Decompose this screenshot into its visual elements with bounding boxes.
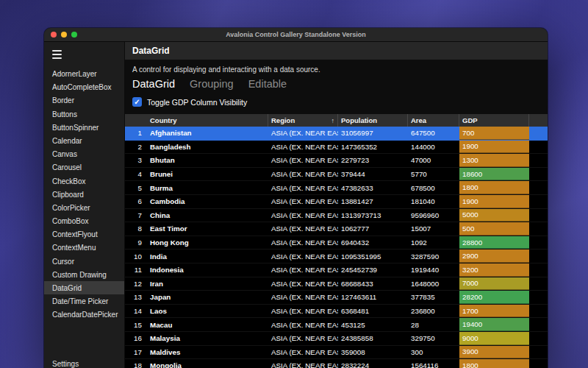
table-row[interactable]: 10IndiaASIA (EX. NEAR EAST)1095351995328… [125, 250, 548, 263]
cell-country: Burma [147, 184, 268, 192]
sidebar-item-colorpicker[interactable]: ColorPicker [44, 201, 124, 214]
menu-icon-bar [52, 50, 62, 52]
cell-num: 4 [125, 170, 147, 178]
cell-num: 5 [125, 184, 147, 192]
cell-region: ASIA (EX. NEAR EAST) [268, 238, 338, 247]
table-row[interactable]: 2BangladeshASIA (EX. NEAR EAST)147365352… [125, 141, 548, 155]
column-header-filler [529, 114, 548, 127]
cell-population: 1313973713 [338, 211, 408, 219]
cell-country: Iran [147, 280, 268, 288]
sidebar-item-cursor[interactable]: Cursor [44, 255, 124, 268]
cell-population: 2279723 [338, 156, 408, 164]
table-row[interactable]: 5BurmaASIA (EX. NEAR EAST)47382633678500… [125, 181, 548, 195]
table-row[interactable]: 13JapanASIA (EX. NEAR EAST)1274636113778… [125, 291, 548, 305]
grid-body: 1AfghanistanASIA (EX. NEAR EAST)31056997… [125, 127, 548, 368]
table-row[interactable]: 15MacauASIA (EX. NEAR EAST)4531252819400 [125, 318, 548, 332]
titlebar[interactable]: Avalonia Control Gallery Standalone Vers… [44, 28, 548, 42]
gdp-visibility-row: ✓ Toggle GDP Column Visibility [125, 93, 548, 113]
table-row[interactable]: 9Hong KongASIA (EX. NEAR EAST)6940432109… [125, 236, 548, 250]
column-header-country[interactable]: Country [147, 114, 268, 127]
cell-country: Japan [147, 293, 268, 301]
table-row[interactable]: 3BhutanASIA (EX. NEAR EAST)2279723470001… [125, 154, 548, 168]
cell-region: ASIA (EX. NEAR EAST) [268, 129, 338, 137]
sidebar-item-contextflyout[interactable]: ContextFlyout [44, 227, 124, 241]
sidebar-item-buttonspinner[interactable]: ButtonSpinner [44, 121, 124, 134]
table-row[interactable]: 17MaldivesASIA (EX. NEAR EAST)3590083003… [125, 346, 548, 360]
sidebar-item-carousel[interactable]: Carousel [44, 160, 124, 174]
sidebar-item-datagrid[interactable]: DataGrid [44, 281, 124, 294]
cell-num: 13 [125, 293, 147, 301]
close-button[interactable] [51, 32, 57, 38]
table-row[interactable]: 16MalaysiaASIA (EX. NEAR EAST)2438585832… [125, 332, 548, 346]
cell-country: East Timor [147, 224, 268, 233]
cell-num: 1 [125, 129, 147, 137]
sidebar-item-date-time-picker[interactable]: Date/Time Picker [44, 294, 124, 308]
sidebar-item-checkbox[interactable]: CheckBox [44, 174, 124, 188]
table-row[interactable]: 8East TimorASIA (EX. NEAR EAST)106277715… [125, 222, 548, 236]
cell-num: 7 [125, 211, 147, 219]
sidebar-item-autocompletebox[interactable]: AutoCompleteBox [44, 80, 124, 93]
table-row[interactable]: 12IranASIA (EX. NEAR EAST)68688433164800… [125, 277, 548, 291]
column-header-region[interactable]: Region ↑ [268, 114, 338, 127]
column-header-population[interactable]: Population [338, 114, 408, 127]
cell-area: 678500 [408, 184, 459, 192]
cell-gdp: 1300 [459, 154, 529, 167]
cell-country: Maldives [147, 348, 268, 356]
menu-icon[interactable] [44, 46, 124, 67]
cell-area: 181040 [408, 197, 459, 205]
cell-num: 3 [125, 156, 147, 164]
cell-gdp: 3900 [459, 346, 529, 359]
sidebar-item-combobox[interactable]: ComboBox [44, 214, 124, 227]
sidebar-item-clipboard[interactable]: Clipboard [44, 188, 124, 201]
cell-gdp: 18600 [459, 168, 529, 181]
minimize-button[interactable] [61, 32, 67, 38]
main-content: DataGrid A control for displaying and in… [125, 42, 548, 368]
cell-population: 2832224 [338, 361, 408, 368]
table-row[interactable]: 7ChinaASIA (EX. NEAR EAST)13139737139596… [125, 209, 548, 223]
table-row[interactable]: 1AfghanistanASIA (EX. NEAR EAST)31056997… [125, 127, 548, 141]
cell-region: ASIA (EX. NEAR EAST) [268, 252, 338, 261]
column-header-area[interactable]: Area [408, 114, 459, 127]
tab-datagrid[interactable]: DataGrid [132, 78, 175, 90]
sidebar-item-border[interactable]: Border [44, 93, 124, 107]
page-description: A control for displaying and interacting… [125, 60, 548, 76]
sidebar-item-buttons[interactable]: Buttons [44, 107, 124, 121]
sidebar-item-contextmenu[interactable]: ContextMenu [44, 241, 124, 254]
zoom-button[interactable] [71, 32, 77, 38]
table-row[interactable]: 4BruneiASIA (EX. NEAR EAST)3794445770186… [125, 168, 548, 182]
table-row[interactable]: 6CambodiaASIA (EX. NEAR EAST)13881427181… [125, 195, 548, 209]
cell-num: 12 [125, 280, 147, 288]
table-row[interactable]: 18MongoliaASIA (EX. NEAR EAST)2832224156… [125, 359, 548, 368]
cell-gdp: 19400 [459, 318, 529, 331]
cell-region: ASIA (EX. NEAR EAST) [268, 307, 338, 315]
cell-region: ASIA (EX. NEAR EAST) [268, 143, 338, 151]
sidebar-item-adornerlayer[interactable]: AdornerLayer [44, 67, 124, 80]
cell-region: ASIA (EX. NEAR EAST) [268, 280, 338, 288]
gdp-visibility-checkbox[interactable]: ✓ [132, 97, 142, 107]
column-header-gdp[interactable]: GDP [459, 114, 529, 127]
sidebar-item-custom-drawing[interactable]: Custom Drawing [44, 268, 124, 281]
cell-population: 24385858 [338, 334, 408, 342]
cell-population: 47382633 [338, 184, 408, 192]
tab-editable[interactable]: Editable [248, 78, 287, 90]
cell-population: 1095351995 [338, 252, 408, 261]
cell-gdp: 1800 [459, 181, 529, 194]
gdp-visibility-label: Toggle GDP Column Visibility [147, 98, 247, 107]
cell-num: 17 [125, 348, 147, 356]
window-title: Avalonia Control Gallery Standalone Vers… [44, 31, 548, 38]
cell-area: 47000 [408, 156, 459, 164]
cell-region: ASIA (EX. NEAR EAST) [268, 184, 338, 192]
table-row[interactable]: 14LaosASIA (EX. NEAR EAST)63684812368001… [125, 305, 548, 319]
sidebar-item-calendar[interactable]: Calendar [44, 134, 124, 147]
table-row[interactable]: 11IndonesiaASIA (EX. NEAR EAST)245452739… [125, 263, 548, 277]
cell-gdp: 1900 [459, 141, 529, 154]
cell-region: ASIA (EX. NEAR EAST) [268, 211, 338, 219]
cell-area: 300 [408, 348, 459, 356]
cell-country: China [147, 211, 268, 219]
sidebar-item-settings[interactable]: Settings [44, 355, 124, 368]
sidebar-item-canvas[interactable]: Canvas [44, 147, 124, 160]
cell-gdp: 28200 [459, 291, 529, 304]
sidebar-item-calendardatepicker[interactable]: CalendarDatePicker [44, 308, 124, 321]
tab-grouping[interactable]: Grouping [190, 78, 234, 90]
cell-region: ASIA (EX. NEAR EAST) [268, 224, 338, 233]
